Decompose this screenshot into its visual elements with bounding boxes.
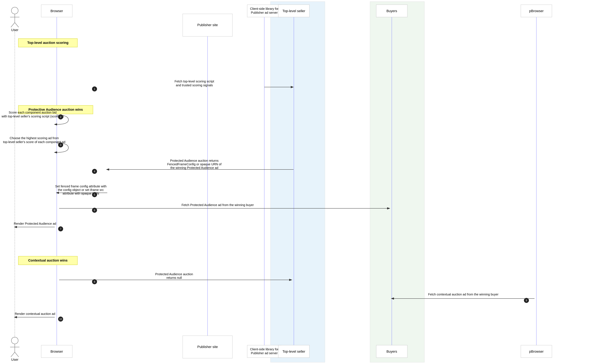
msg-render-contextual: Render contextual auction ad bbox=[15, 312, 55, 316]
svg-rect-8 bbox=[376, 5, 407, 17]
svg-rect-22 bbox=[41, 345, 72, 358]
svg-line-32 bbox=[15, 352, 19, 357]
svg-point-49 bbox=[92, 279, 97, 284]
svg-point-51 bbox=[524, 298, 529, 303]
contextual-wins-label: Contextual auction wins bbox=[28, 258, 67, 262]
client-lib-bot-label1: Client-side library for bbox=[250, 348, 279, 351]
svg-line-13 bbox=[11, 23, 15, 27]
svg-line-31 bbox=[11, 352, 15, 357]
pa-wins-label: Protective Audience auction wins bbox=[28, 108, 83, 111]
step-8-label: 8 bbox=[94, 280, 95, 283]
top-level-seller-bot-label: Top-level seller bbox=[283, 349, 305, 353]
svg-rect-33 bbox=[18, 39, 78, 47]
pbrowser-bot-label: pBrowser bbox=[529, 349, 544, 353]
svg-rect-35 bbox=[18, 256, 78, 265]
msg-choose-line1: Choose the highest scoring ad from bbox=[10, 136, 59, 140]
svg-rect-25 bbox=[278, 345, 309, 358]
svg-point-47 bbox=[58, 226, 63, 231]
step-5-label: 5 bbox=[94, 193, 95, 196]
svg-rect-5 bbox=[183, 14, 232, 36]
msg-fetch-scoring-line1: Fetch top-level scoring script bbox=[175, 80, 214, 83]
browser-top-label: Browser bbox=[51, 9, 63, 13]
publisher-site-top-label: Publisher site bbox=[197, 23, 218, 27]
svg-line-14 bbox=[15, 23, 19, 27]
user-top-label: User bbox=[11, 28, 18, 32]
msg-pa-returns-line2: FencedFrameConfig or opaque URN of bbox=[167, 162, 221, 166]
svg-rect-23 bbox=[183, 336, 232, 358]
msg-score-line2: with top-level seller's scoring script (… bbox=[1, 115, 64, 118]
svg-rect-2 bbox=[270, 1, 325, 362]
sellers-group-label: Sellers bbox=[292, 5, 303, 9]
svg-point-28 bbox=[11, 337, 18, 344]
top-level-scoring-label: Top-level auction scoring bbox=[27, 41, 69, 45]
step-7-label: 7 bbox=[60, 228, 61, 230]
msg-pa-null-line1: Protected Audience auction bbox=[155, 272, 193, 276]
msg-score-line1: Score each component auction bid bbox=[9, 111, 57, 114]
svg-rect-4 bbox=[41, 5, 72, 17]
svg-rect-26 bbox=[376, 345, 407, 358]
svg-rect-27 bbox=[521, 345, 552, 358]
msg-fetch-scoring-line2: and trusted scoring signals bbox=[176, 84, 213, 87]
client-lib-bot-label2: Publisher ad server bbox=[251, 351, 278, 355]
browser-bot-label: Browser bbox=[51, 349, 63, 353]
svg-point-53 bbox=[58, 317, 63, 322]
diagram-container: Sellers Buyers Browser Publisher site Cl… bbox=[0, 0, 597, 364]
user-bot-label: User bbox=[11, 358, 18, 362]
publisher-site-bot-label: Publisher site bbox=[197, 345, 218, 349]
msg-fetch-contextual: Fetch contextual auction ad from the win… bbox=[428, 293, 499, 296]
msg-choose-line2: top-level seller's score of each compone… bbox=[3, 140, 65, 144]
pbrowser-top-label: pBrowser bbox=[529, 9, 544, 13]
svg-point-10 bbox=[11, 7, 18, 14]
svg-point-37 bbox=[92, 87, 97, 91]
step-4-label: 4 bbox=[94, 170, 95, 173]
msg-set-fenced-line1: Set fenced frame config attribute with bbox=[55, 185, 107, 188]
msg-set-fenced-line2: the config object or set iframe src bbox=[58, 188, 104, 191]
svg-rect-34 bbox=[18, 105, 93, 114]
svg-rect-24 bbox=[247, 345, 281, 358]
svg-rect-7 bbox=[278, 5, 309, 17]
client-lib-top-label2: Publisher ad server bbox=[251, 11, 278, 14]
svg-rect-3 bbox=[370, 1, 424, 362]
top-level-seller-top-label: Top-level seller bbox=[283, 9, 305, 13]
step-2-label: 2 bbox=[60, 116, 61, 118]
svg-point-45 bbox=[92, 208, 97, 213]
step-1-label: 1 bbox=[94, 88, 95, 90]
step-10-label: 10 bbox=[59, 318, 62, 320]
msg-pa-returns-line1: Protected Audience auction returns bbox=[170, 159, 219, 162]
msg-render-pa: Render Protected Audience ad bbox=[14, 222, 56, 225]
svg-point-39 bbox=[58, 142, 63, 147]
buyers-top-label: Buyers bbox=[386, 9, 397, 13]
client-lib-top-label1: Client-side library for bbox=[250, 7, 279, 10]
step-3-label: 3 bbox=[60, 144, 61, 146]
svg-rect-6 bbox=[247, 5, 281, 17]
msg-fetch-pa-ad: Fetch Protected Audience ad from the win… bbox=[181, 203, 254, 207]
svg-point-41 bbox=[92, 169, 97, 174]
buyers-group-label: Buyers bbox=[392, 5, 403, 9]
svg-rect-9 bbox=[521, 5, 552, 17]
step-9-label: 9 bbox=[526, 299, 527, 302]
step-6-label: 6 bbox=[94, 209, 95, 212]
msg-pa-null-line2: returns null bbox=[166, 276, 182, 279]
svg-point-43 bbox=[92, 192, 97, 197]
svg-point-38 bbox=[58, 114, 63, 119]
buyers-bot-label: Buyers bbox=[386, 349, 397, 353]
msg-pa-returns-line3: the winning Protected Audience ad bbox=[170, 166, 218, 169]
msg-set-fenced-line3: attribute with opaque URN bbox=[63, 192, 99, 195]
